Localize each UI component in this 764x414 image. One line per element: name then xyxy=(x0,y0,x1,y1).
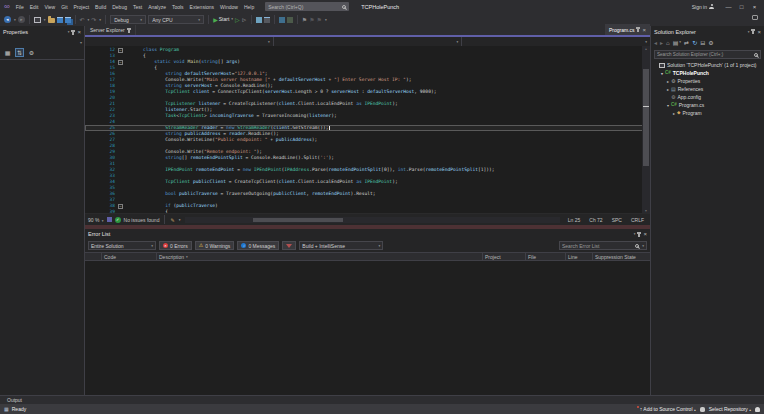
collapse-icon[interactable]: − xyxy=(118,204,123,209)
filter-button[interactable] xyxy=(282,241,296,250)
properties-icon[interactable]: ⚙ xyxy=(708,40,713,46)
scrollbar-thumb[interactable] xyxy=(643,69,649,166)
send-feedback-icon[interactable] xyxy=(752,15,758,20)
redo-dropdown-icon[interactable]: ▾ xyxy=(99,18,101,22)
step-into-icon[interactable] xyxy=(279,17,285,23)
tree-item-program[interactable]: ▸Program xyxy=(651,109,764,117)
menu-extensions[interactable]: Extensions xyxy=(187,4,217,10)
minimize-button[interactable]: — xyxy=(722,1,735,12)
error-list-title-bar[interactable]: Error List ▾ × xyxy=(85,229,650,239)
add-to-source-control-button[interactable]: ↑ Add to Source Control ▴ xyxy=(640,406,696,412)
menu-edit[interactable]: Edit xyxy=(27,4,42,10)
back-dropdown-icon[interactable]: ▾ xyxy=(14,18,16,22)
menu-project[interactable]: Project xyxy=(71,4,93,10)
redo-icon[interactable]: ↷ xyxy=(91,17,96,23)
output-tab[interactable]: Output xyxy=(3,397,26,403)
pin-icon[interactable] xyxy=(638,232,640,237)
toolbar-options-icon[interactable]: ▾ xyxy=(325,18,327,22)
new-dropdown-icon[interactable]: ▾ xyxy=(44,18,46,22)
scroll-up-icon[interactable]: ▴ xyxy=(642,46,650,51)
home-icon[interactable]: ⌂ xyxy=(666,40,670,46)
window-position-icon[interactable]: ▾ xyxy=(748,30,750,34)
tree-item-properties[interactable]: ▸Properties xyxy=(651,77,764,85)
close-icon[interactable]: × xyxy=(757,29,761,35)
pin-icon[interactable] xyxy=(72,30,74,35)
column-header-project[interactable]: Project xyxy=(482,253,525,260)
code-editor[interactable]: 12− class Program13 {14− static void Mai… xyxy=(85,46,650,213)
column-header-file[interactable]: File xyxy=(525,253,565,260)
chevron-down-icon[interactable]: ▾ xyxy=(179,218,181,222)
back-icon[interactable]: ◂ xyxy=(654,40,657,46)
warnings-filter-button[interactable]: ⚠ 0 Warnings xyxy=(195,241,235,250)
undo-dropdown-icon[interactable]: ▾ xyxy=(88,18,90,22)
alphabetical-icon[interactable]: ⇅ xyxy=(15,48,24,57)
solution-platform-dropdown[interactable]: Any CPU▾ xyxy=(148,15,204,24)
solution-explorer-search-input[interactable]: Search Solution Explorer (Ctrl+;) xyxy=(654,50,761,59)
error-list-content[interactable] xyxy=(85,261,650,395)
navigate-forward-icon[interactable]: ▸ xyxy=(18,16,25,23)
close-button[interactable]: × xyxy=(748,1,761,12)
menu-tools[interactable]: Tools xyxy=(169,4,187,10)
tree-item-program-cs[interactable]: ▾Program.cs xyxy=(651,101,764,109)
health-status-label[interactable]: No issues found xyxy=(124,217,160,223)
refresh-icon[interactable]: ↻ xyxy=(692,40,697,46)
errors-filter-button[interactable]: ✕ 0 Errors xyxy=(159,241,192,250)
collapse-icon[interactable]: − xyxy=(118,60,123,65)
member-dropdown[interactable]: ▾ xyxy=(462,37,650,46)
undo-icon[interactable]: ↶ xyxy=(80,17,85,23)
line-ending-indicator[interactable]: CRLF xyxy=(631,217,644,223)
solution-configuration-dropdown[interactable]: Debug▾ xyxy=(110,15,146,24)
navigate-back-icon[interactable]: ◂ xyxy=(4,16,11,23)
maximize-button[interactable]: □ xyxy=(735,1,748,12)
close-icon[interactable]: × xyxy=(642,27,646,33)
forward-icon[interactable]: ▸ xyxy=(660,40,663,46)
build-intellisense-dropdown[interactable]: Build + IntelliSense▾ xyxy=(299,241,383,250)
server-explorer-tab[interactable]: Server Explorer xyxy=(85,25,136,35)
property-pages-icon[interactable]: ⚙ xyxy=(27,48,36,57)
close-icon[interactable]: × xyxy=(643,231,647,237)
menu-view[interactable]: View xyxy=(41,4,58,10)
column-header-code[interactable]: Code xyxy=(101,253,156,260)
new-project-icon[interactable] xyxy=(34,17,41,23)
select-repository-button[interactable]: Select Repository ▴ xyxy=(709,406,751,412)
error-list-search-input[interactable]: Search Error List ▾ xyxy=(559,241,647,250)
spaces-indicator[interactable]: SPC xyxy=(612,217,622,223)
project-dropdown[interactable]: ▾ xyxy=(85,37,274,46)
sync-with-active-document-icon[interactable]: ⇄ xyxy=(684,40,689,46)
properties-title-bar[interactable]: Properties ▾ × xyxy=(0,26,84,38)
line-indicator[interactable]: Ln 25 xyxy=(568,217,581,223)
menu-test[interactable]: Test xyxy=(130,4,145,10)
editor-horizontal-scrollbar[interactable] xyxy=(185,217,559,223)
type-dropdown[interactable]: ▾ xyxy=(274,37,463,46)
window-position-icon[interactable]: ▾ xyxy=(68,30,70,34)
previous-bookmark-icon[interactable]: ⚑ xyxy=(309,17,314,23)
open-file-icon[interactable] xyxy=(48,18,55,23)
browser-window-icon[interactable] xyxy=(264,17,270,23)
pin-icon[interactable] xyxy=(637,27,639,32)
fold-margin[interactable] xyxy=(115,209,126,213)
editor-vertical-scrollbar[interactable]: ▴ ▾ xyxy=(642,46,650,213)
collapse-all-icon[interactable]: ⊟ xyxy=(700,40,705,46)
scrollbar-thumb[interactable] xyxy=(253,218,343,222)
tree-item-tcpholepunch[interactable]: ▾TCPHolePunch xyxy=(651,69,764,77)
column-header-suppression-state[interactable]: Suppression State xyxy=(592,253,650,260)
start-without-debugging-icon[interactable]: ▷ xyxy=(235,16,240,23)
step-over-icon[interactable] xyxy=(287,17,293,23)
menu-build[interactable]: Build xyxy=(92,4,109,10)
sign-in-button[interactable]: Sign in xyxy=(692,4,714,10)
scroll-down-icon[interactable]: ▾ xyxy=(642,208,650,213)
background-tasks-icon[interactable]: ▦ xyxy=(4,406,9,412)
tree-item-solution-tcpholepunch-1-of-1-project[interactable]: Solution 'TCPHolePunch' (1 of 1 project) xyxy=(651,61,764,69)
preview-changes-icon[interactable] xyxy=(256,17,262,23)
properties-object-dropdown[interactable]: ▾ xyxy=(2,38,82,46)
menu-help[interactable]: Help xyxy=(241,4,257,10)
menu-debug[interactable]: Debug xyxy=(109,4,130,10)
save-icon[interactable] xyxy=(57,17,63,23)
save-all-icon[interactable] xyxy=(65,17,71,23)
solution-explorer-title-bar[interactable]: Solution Explorer ▾ × xyxy=(651,26,764,37)
start-debug-button[interactable]: ▶Start▾ xyxy=(213,17,233,23)
column-indicator[interactable]: Ch 72 xyxy=(589,217,602,223)
code-line-39[interactable]: 39 { xyxy=(85,209,650,213)
switch-views-icon[interactable]: ▤▾ xyxy=(673,40,681,46)
messages-filter-button[interactable]: i 0 Messages xyxy=(237,241,279,250)
